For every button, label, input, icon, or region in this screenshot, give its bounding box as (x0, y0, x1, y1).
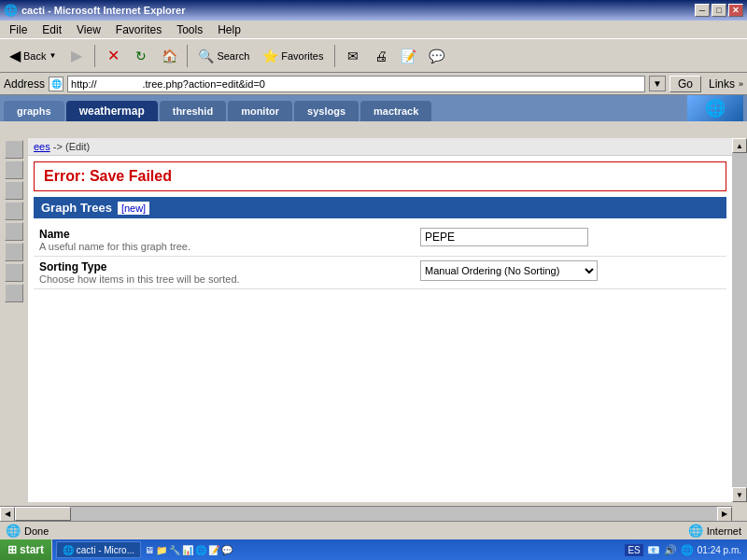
breadcrumb-trees-link[interactable]: ees (34, 141, 50, 152)
section-header: Graph Trees [new] (34, 197, 726, 218)
page-content: ees -> (Edit) Error: Save Failed Graph T… (28, 138, 732, 502)
home-button[interactable]: 🏠 (156, 43, 182, 69)
print-icon: 🖨 (374, 49, 388, 63)
taskbar-tray: ES 📧 🔊 🌐 01:24 p.m. (619, 544, 747, 556)
home-icon: 🏠 (162, 49, 177, 63)
tab-syslogs[interactable]: syslogs (294, 101, 359, 121)
nav-item-5[interactable] (5, 222, 23, 241)
favorites-icon: ⭐ (262, 49, 278, 63)
back-label: Back (23, 50, 46, 62)
clock: 01:24 p.m. (698, 545, 741, 555)
menu-file[interactable]: File (4, 22, 33, 37)
name-input[interactable] (420, 228, 588, 246)
scroll-up-button[interactable]: ▲ (732, 138, 747, 153)
form-table: Name A useful name for this graph tree. … (34, 224, 726, 289)
menu-help[interactable]: Help (212, 22, 247, 37)
taskbar-item-1[interactable]: 🖥 (145, 545, 154, 555)
h-scroll-thumb[interactable] (15, 507, 71, 521)
edit-button[interactable]: 📝 (396, 43, 422, 69)
tray-icon-1: 📧 (647, 544, 660, 556)
window-title: cacti - Microsoft Internet Explorer (21, 5, 185, 16)
tab-weathermap[interactable]: weathermap (66, 101, 158, 121)
search-button[interactable]: 🔍 Search (192, 46, 255, 66)
taskbar-items: 🌐 cacti - Micro... 🖥 📁 🔧 📊 🌐 📝 💬 (52, 541, 619, 558)
links-arrow[interactable]: » (739, 79, 743, 89)
scroll-track[interactable] (732, 153, 747, 487)
scroll-right-button[interactable]: ▶ (717, 507, 732, 522)
favorites-button[interactable]: ⭐ Favorites (257, 46, 329, 66)
tray-icon-2: 🔊 (664, 544, 677, 556)
favorites-label: Favorites (281, 50, 323, 62)
tab-monitor[interactable]: monitor (228, 101, 292, 121)
empty-area (28, 289, 732, 401)
links-label[interactable]: Links (709, 77, 735, 91)
back-icon: ◀ (9, 47, 21, 64)
tab-mactrack[interactable]: mactrack (360, 101, 431, 121)
status-text: Done (24, 525, 49, 537)
sorting-desc: Choose how items in this tree will be so… (39, 273, 409, 285)
print-button[interactable]: 🖨 (368, 43, 394, 69)
stop-button[interactable]: ✕ (100, 43, 126, 69)
taskbar-quick-launch: 🖥 📁 🔧 📊 🌐 📝 💬 (145, 545, 233, 555)
ie-logo: 🌐 (687, 95, 743, 121)
nav-item-7[interactable] (5, 263, 23, 282)
sorting-select[interactable]: Manual Ordering (No Sorting) Alphabetica… (420, 260, 598, 281)
nav-item-4[interactable] (5, 202, 23, 220)
maximize-button[interactable]: □ (712, 4, 726, 17)
discuss-icon: 💬 (429, 49, 444, 63)
minimize-button[interactable]: ─ (695, 4, 710, 17)
dropdown-arrow[interactable]: ▼ (649, 76, 666, 91)
taskbar-item-2[interactable]: 📁 (156, 545, 167, 555)
taskbar-ie-item[interactable]: 🌐 cacti - Micro... (56, 541, 141, 558)
separator-1 (94, 45, 95, 67)
nav-item-3[interactable] (5, 181, 23, 200)
section-title: Graph Trees (41, 201, 112, 215)
menu-bar: File Edit View Favorites Tools Help (0, 21, 747, 39)
name-row: Name A useful name for this graph tree. (34, 224, 726, 257)
tab-threshid[interactable]: threshid (160, 101, 226, 121)
tray-icon-3: 🌐 (681, 544, 694, 556)
start-button[interactable]: ⊞ start (0, 539, 52, 560)
mail-button[interactable]: ✉ (340, 43, 366, 69)
name-label: Name (39, 228, 409, 241)
back-button[interactable]: ◀ Back ▼ (4, 44, 62, 67)
scroll-left-button[interactable]: ◀ (0, 507, 15, 522)
close-button[interactable]: ✕ (728, 4, 743, 17)
h-scroll-track[interactable] (15, 507, 717, 521)
discuss-button[interactable]: 💬 (424, 43, 450, 69)
forward-button[interactable]: ▶ (63, 43, 90, 69)
menu-tools[interactable]: Tools (171, 22, 208, 37)
windows-icon: ⊞ (7, 543, 17, 556)
title-bar-icon: 🌐 (4, 4, 18, 17)
scroll-down-button[interactable]: ▼ (732, 487, 747, 502)
error-box: Error: Save Failed (34, 161, 726, 191)
menu-favorites[interactable]: Favorites (110, 22, 167, 37)
go-button[interactable]: Go (669, 76, 701, 92)
status-icon: 🌐 (6, 524, 21, 538)
menu-edit[interactable]: Edit (36, 22, 67, 37)
nav-item-6[interactable] (5, 243, 23, 261)
nav-item-1[interactable] (5, 140, 23, 159)
taskbar-item-3[interactable]: 🔧 (169, 545, 180, 555)
nav-item-8[interactable] (5, 284, 23, 302)
refresh-icon: ↻ (135, 49, 147, 63)
taskbar-item-4[interactable]: 📊 (182, 545, 193, 555)
separator-3 (334, 45, 335, 67)
right-scrollbar[interactable]: ▲ ▼ (732, 138, 747, 502)
refresh-button[interactable]: ↻ (128, 43, 154, 69)
menu-view[interactable]: View (71, 22, 106, 37)
address-input[interactable] (67, 76, 645, 92)
status-bar: 🌐 Done 🌐 Internet (0, 521, 747, 539)
edit-icon: 📝 (401, 49, 416, 63)
left-nav (0, 138, 28, 502)
taskbar-item-7[interactable]: 💬 (221, 545, 233, 555)
taskbar-item-5[interactable]: 🌐 (195, 545, 206, 555)
new-link[interactable]: [new] (118, 202, 149, 215)
address-bar: Address 🌐 ▼ Go Links » (0, 73, 747, 95)
back-dropdown-icon[interactable]: ▼ (49, 51, 56, 60)
nav-item-2[interactable] (5, 161, 23, 179)
tab-graphs[interactable]: graphs (4, 101, 64, 121)
horizontal-scrollbar[interactable]: ◀ ▶ (0, 506, 732, 521)
search-icon: 🔍 (198, 49, 214, 63)
taskbar-item-6[interactable]: 📝 (208, 545, 219, 555)
